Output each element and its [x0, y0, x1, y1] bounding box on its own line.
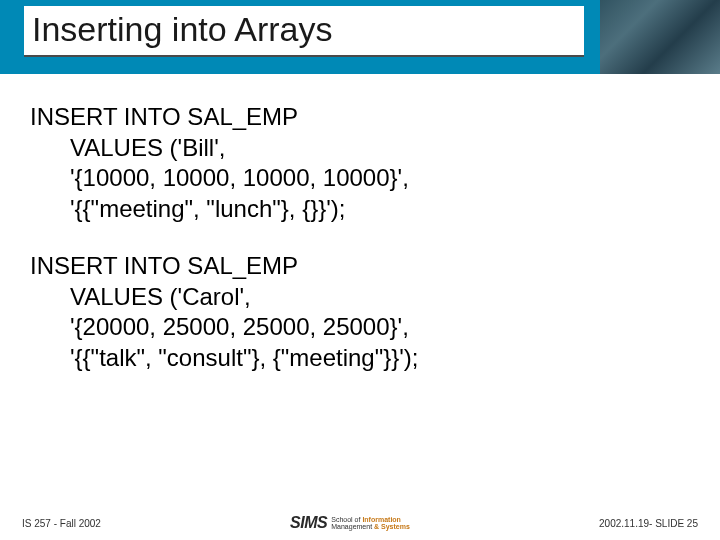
sims-logo: SIMS [290, 514, 327, 532]
footer-logo-block: SIMS School of Information Management & … [290, 514, 410, 532]
code-line: INSERT INTO SAL_EMP [30, 102, 690, 133]
footer-left: IS 257 - Fall 2002 [22, 518, 101, 529]
code-line: VALUES ('Carol', [30, 282, 690, 313]
code-block-2: INSERT INTO SAL_EMP VALUES ('Carol', '{2… [30, 251, 690, 374]
code-line: INSERT INTO SAL_EMP [30, 251, 690, 282]
footer-right: 2002.11.19- SLIDE 25 [599, 518, 698, 529]
code-line: '{20000, 25000, 25000, 25000}', [30, 312, 690, 343]
code-line: '{10000, 10000, 10000, 10000}', [30, 163, 690, 194]
code-block-1: INSERT INTO SAL_EMP VALUES ('Bill', '{10… [30, 102, 690, 225]
code-line: '{{"talk", "consult"}, {"meeting"}}'); [30, 343, 690, 374]
sims-subtext: School of Information Management & Syste… [331, 516, 410, 530]
code-line: VALUES ('Bill', [30, 133, 690, 164]
footer: IS 257 - Fall 2002 SIMS School of Inform… [0, 514, 720, 532]
title-wrap: Inserting into Arrays [24, 6, 584, 57]
header-bar: Inserting into Arrays [0, 0, 720, 74]
header-decorative-image [600, 0, 720, 74]
slide-content: INSERT INTO SAL_EMP VALUES ('Bill', '{10… [0, 74, 720, 374]
slide-title: Inserting into Arrays [32, 10, 570, 49]
code-line: '{{"meeting", "lunch"}, {}}'); [30, 194, 690, 225]
